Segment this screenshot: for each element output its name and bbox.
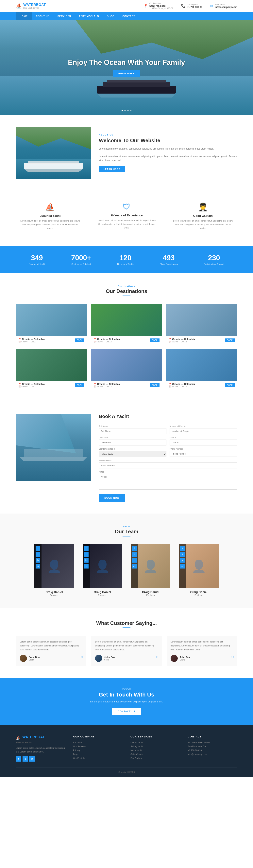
logo-text: WATERBOAT (23, 3, 46, 7)
nav-home[interactable]: HOME (16, 12, 32, 20)
people-input[interactable] (169, 428, 237, 434)
svg-marker-7 (20, 457, 87, 461)
team-photo-3: f t in g+ 👤 (131, 545, 170, 588)
phone-form-input[interactable] (169, 451, 237, 457)
footer-service-4[interactable]: Gulet Charter (130, 753, 180, 755)
footer-email: info@company.com (188, 753, 237, 755)
hero-title: Enjoy The Ocean With Your Family (68, 58, 185, 67)
fullname-input[interactable] (99, 428, 166, 434)
footer-service-1[interactable]: Luxury Yacht (130, 741, 180, 744)
dest-book-6[interactable]: BOOK (225, 383, 234, 387)
dest-book-3[interactable]: BOOK (225, 338, 234, 342)
footer-phone: +1 700 800 99 (188, 749, 237, 751)
testimonial-name-2: John Doe (104, 656, 115, 659)
footer-service-3[interactable]: Motor Yacht (130, 749, 180, 751)
svg-marker-6 (24, 169, 83, 172)
team-member-4: f t in g+ 👤 Craig Daniel Engineer (177, 545, 221, 596)
location-icon: 📍 (144, 4, 148, 8)
dest-book-4[interactable]: BOOK (75, 383, 85, 387)
dest-date-1: 📅 Sep 05 — Oct 22 (19, 341, 45, 343)
email-form-input[interactable] (99, 463, 237, 468)
footer-link-services[interactable]: Our Services (73, 745, 123, 747)
hero-dot-3[interactable] (127, 110, 129, 112)
nav-testimonials[interactable]: TESTIMONIALS (75, 12, 103, 20)
dest-info-4: 📍 Croatia — Colombia 📅 Sep 05 — Oct 22 B… (16, 381, 87, 390)
footer-services-title: OUR SERVICES (130, 735, 180, 738)
dest-info-5: 📍 Croatia — Colombia 📅 Sep 05 — Oct 22 B… (91, 381, 162, 390)
team-grid: f t in g+ 👤 Craig Daniel Engineer f t in… (16, 545, 237, 596)
testimonial-text-3: Lorem ipsum dolor sit amet, consectetur … (170, 640, 233, 652)
footer-logo-icon: ⛵ (16, 736, 21, 740)
location-value: San Francisco (150, 5, 173, 7)
footer-contact-title: CONTACT (188, 735, 237, 738)
footer-fb-icon[interactable]: f (16, 756, 21, 762)
feature-1-text: Lorem ipsum dolor sit amet, consectetur … (20, 219, 81, 230)
stat-2: 7000+ Customers Satisfied (71, 254, 91, 265)
footer-link-pricing[interactable]: Pricing (73, 749, 123, 751)
date-from-input[interactable] (99, 439, 166, 445)
footer-copyright: Copyright ©2023 (118, 771, 135, 773)
dest-date-5: 📅 Sep 05 — Oct 22 (94, 385, 120, 388)
dest-book-5[interactable]: BOOK (150, 383, 159, 387)
nav-contact[interactable]: CONTACT (118, 12, 139, 20)
footer-company-title: OUR COMPANY (73, 735, 123, 738)
dest-book-1[interactable]: BOOK (75, 338, 85, 342)
footer-link-blog[interactable]: Blog (73, 753, 123, 755)
testimonial-author-3: John Doe Client (170, 655, 233, 662)
phone-value: +1 700 800 99 (187, 6, 202, 8)
footer-services-col: OUR SERVICES Luxury Yacht Sailing Yacht … (130, 735, 180, 762)
feature-captain-icon: 👨‍✈️ (172, 203, 233, 212)
stat-3: 120 Number of Staffs (117, 254, 133, 265)
svg-rect-4 (24, 163, 83, 169)
hero-dot-1[interactable] (122, 110, 123, 112)
about-learn-more-button[interactable]: LEARN MORE (99, 166, 125, 172)
booking-form: Book A Yacht Full Name Number of People … (99, 414, 237, 502)
dest-book-2[interactable]: BOOK (150, 338, 159, 342)
stat-5-number: 230 (204, 254, 224, 262)
avatar-1 (20, 655, 27, 662)
hero-cta-button[interactable]: READ MORE (113, 70, 140, 78)
stat-5-label: Participating Support (204, 263, 224, 265)
footer-service-2[interactable]: Sailing Yacht (130, 745, 180, 747)
phone-icon: 📞 (181, 4, 185, 8)
footer-link-portfolio[interactable]: Our Portfolio (73, 757, 123, 760)
footer-service-5[interactable]: Day Cruiser (130, 757, 180, 760)
quote-icon-2: " (156, 655, 159, 663)
nav-services[interactable]: SERVICES (54, 12, 75, 20)
nav-about[interactable]: ABOUT US (32, 12, 54, 20)
book-now-button[interactable]: BOOK NOW (99, 494, 125, 502)
footer-in-icon[interactable]: in (29, 756, 35, 762)
hero-dot-2[interactable] (124, 110, 126, 112)
email-form-label: Email Address (99, 460, 237, 462)
date-to-input[interactable] (169, 439, 237, 445)
dest-card-1: 📍 Croatia — Colombia 📅 Sep 05 — Oct 22 B… (16, 304, 87, 345)
destinations-section: Destinations Our Destinations 📍 Croatia … (0, 273, 253, 402)
team-member-3: f t in g+ 👤 Craig Daniel Engineer (129, 545, 172, 596)
team-name-3: Craig Daniel (129, 590, 172, 594)
dest-image-5 (91, 349, 162, 381)
team-member-2: f t in g+ 👤 Craig Daniel Engineer (81, 545, 124, 596)
email-info: ✉ Send Email info@company.com (210, 4, 238, 8)
about-badge: About Us (99, 133, 237, 136)
dest-card-6: 📍 Croatia — Colombia 📅 Sep 05 — Oct 22 B… (166, 349, 237, 390)
feature-2: 🛡 30 Years of Experience Lorem ipsum dol… (92, 198, 161, 234)
dest-name-1: 📍 Croatia — Colombia (19, 338, 45, 341)
notes-textarea[interactable] (99, 474, 237, 490)
testimonial-text-1: Lorem ipsum dolor sit amet, consectetur … (20, 640, 83, 652)
feature-1-title: Luxuries Yacht (20, 214, 81, 217)
footer-link-about[interactable]: About Us (73, 741, 123, 744)
hero-dot-4[interactable] (130, 110, 131, 112)
cta-contact-button[interactable]: CONTACT US (112, 708, 141, 715)
stat-4: 493 Client Experiences (160, 254, 178, 265)
dest-card-2: 📍 Croatia — Colombia 📅 Sep 05 — Oct 22 B… (91, 304, 162, 345)
feature-2-title: 30 Years of Experience (96, 214, 157, 217)
yacht-type-select[interactable]: Motor Yacht (99, 451, 166, 457)
team-divider (123, 536, 130, 536)
testimonial-3: Lorem ipsum dolor sit amet, consectetur … (167, 636, 237, 666)
logo[interactable]: ⛵ WATERBOAT Best Boat Service (16, 3, 46, 9)
feature-3: 👨‍✈️ Good Captain Lorem ipsum dolor sit … (168, 198, 237, 234)
date-to-label: Date To (169, 437, 237, 439)
nav-blog[interactable]: BLOG (103, 12, 118, 20)
dest-name-4: 📍 Croatia — Colombia (19, 383, 45, 385)
footer-tw-icon[interactable]: t (23, 756, 28, 762)
